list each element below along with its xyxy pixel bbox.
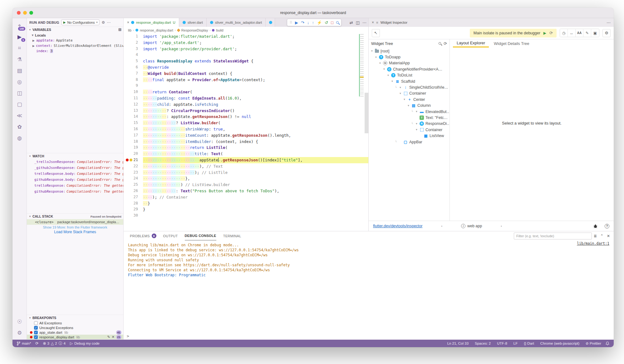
chevron-down-icon[interactable]: ▼ <box>403 98 406 101</box>
line-number[interactable]: 3 <box>124 46 143 52</box>
variable-row[interactable]: index:3 <box>27 48 123 54</box>
console-input-prompt[interactable]: > <box>127 334 129 338</box>
status-item[interactable]: ⊘ Prettier <box>586 341 601 346</box>
code-line[interactable]: 29} <box>124 206 368 213</box>
breadcrumb-item[interactable]: lib <box>128 28 131 32</box>
close-panel-icon[interactable]: ✕ <box>607 234 610 238</box>
baselines-icon[interactable]: AA <box>576 29 583 37</box>
line-number[interactable]: 7 <box>124 71 143 77</box>
inspect-widget-button[interactable] <box>336 21 339 24</box>
drag-grip-icon[interactable]: ⠿ <box>290 21 292 25</box>
search-tree-icon[interactable] <box>439 42 441 45</box>
remove-breakpoint-icon[interactable]: ✕ <box>112 335 115 339</box>
debug-launch-item[interactable]: ▷ Debug my code <box>70 341 100 346</box>
line-number[interactable]: 12 <box>124 101 143 108</box>
code-line[interactable]: 2import '/app_state.dart'; <box>124 40 368 46</box>
code-line[interactable]: 1import 'package:flutter/material.dart'; <box>124 33 368 40</box>
run-and-debug-icon[interactable]: ▶1 <box>14 31 25 42</box>
hot-reload-icon[interactable]: ⟳ <box>549 31 553 35</box>
code-line[interactable]: 10····return Container( <box>124 89 368 95</box>
status-item[interactable]: Spaces: 2 <box>475 342 491 345</box>
variable-row[interactable]: ▶appState:AppState <box>27 38 123 43</box>
code-line[interactable]: 28··} <box>124 200 368 207</box>
debug-banner-icon[interactable]: ▣ <box>591 29 599 37</box>
chevron-down-icon[interactable]: ▼ <box>399 86 402 89</box>
explorer-icon[interactable]: ▤ <box>14 65 25 76</box>
tree-row[interactable]: └▼↕SingleChildScrollVie… <box>369 84 450 90</box>
status-item[interactable]: Chrome (web-javascript) <box>540 342 579 345</box>
slow-animations-icon[interactable]: ◷ <box>560 29 568 37</box>
tree-row[interactable]: ▼Container <box>369 127 450 133</box>
globe-icon[interactable]: ◍ <box>14 132 25 144</box>
code-editor[interactable]: 1import 'package:flutter/material.dart';… <box>124 33 368 231</box>
breadcrumb-item[interactable]: ResponseDisplay <box>181 28 208 32</box>
step-over-button[interactable]: ↷ <box>301 20 304 25</box>
watch-row[interactable]: trelloResponse.body:CompilationError: Th… <box>27 171 123 177</box>
load-more-frames-link[interactable]: Load More Stack Frames <box>27 230 123 234</box>
tree-row[interactable]: ▼[root] <box>369 48 450 54</box>
close-tab-icon[interactable]: × <box>127 20 129 25</box>
tree-row[interactable]: └▼RResponseDi… <box>369 121 450 127</box>
chevron-down-icon[interactable]: ▼ <box>407 104 410 107</box>
watch-row[interactable]: trelloResponse:CompilationError: The get… <box>27 183 123 189</box>
line-number[interactable]: 14 <box>124 114 143 120</box>
continue-button[interactable]: ▶ <box>295 20 298 25</box>
tree-row[interactable]: ▼TToDoList <box>369 72 450 78</box>
stop-button[interactable]: □ <box>331 20 333 25</box>
console-filter-input[interactable] <box>514 233 592 239</box>
guidelines-icon[interactable]: ↔ <box>568 29 576 37</box>
stack-frame[interactable]: <closure> package:taskoverlord/response_… <box>27 219 123 225</box>
watch-row[interactable]: _githubJsonResponse:CompilationError: Th… <box>27 165 123 171</box>
chevron-down-icon[interactable]: ▼ <box>415 128 418 131</box>
line-number[interactable]: 27 <box>124 194 143 200</box>
line-number[interactable]: 10 <box>124 89 143 95</box>
line-number[interactable]: 8 <box>124 77 143 83</box>
search-icon[interactable]: ◎ <box>14 76 25 87</box>
debug-settings-gear-icon[interactable]: ⚙ <box>101 20 105 25</box>
watch-row[interactable]: _trelloJsonResponse:CompilationError: Th… <box>27 159 123 165</box>
open-changes-icon[interactable]: ⇄ <box>350 20 353 25</box>
settings-gear-icon[interactable]: ⚙ <box>14 327 25 338</box>
inspector-tab[interactable]: Layout Explorer <box>453 39 489 47</box>
tree-row[interactable]: ▼TToDoapp <box>369 54 450 60</box>
select-widget-mode-button[interactable]: ↖ <box>372 29 380 37</box>
problems-summary[interactable]: ⊗3 △2 ⓘ4 <box>43 341 66 346</box>
breakpoint-dot-icon[interactable] <box>126 159 129 161</box>
editor-scrollbar[interactable] <box>365 93 368 133</box>
code-line[interactable]: 7··Widget build(BuildContext context) { <box>124 71 368 77</box>
remote-target-icon[interactable]: ⌖140 <box>14 20 25 31</box>
line-number[interactable]: 24 <box>124 175 143 182</box>
launch-config-dropdown[interactable]: ▶ No Configurations ▾ <box>61 19 100 25</box>
locals-scope[interactable]: ▼Locals <box>27 32 123 38</box>
account-icon[interactable]: ☉ <box>14 316 25 327</box>
chevron-down-icon[interactable]: ▼ <box>391 80 394 83</box>
breakpoint-row[interactable]: All Exceptions <box>27 321 123 325</box>
tree-row[interactable]: TText: "Fetc… <box>369 115 450 121</box>
breadcrumb-item[interactable]: build <box>216 28 223 32</box>
code-line[interactable]: 15··············? ListView.builder( <box>124 120 368 126</box>
line-number[interactable]: 17 <box>124 132 143 139</box>
inspector-tab[interactable]: Widget Details Tree <box>490 39 533 47</box>
chevron-down-icon[interactable]: ▼ <box>375 56 377 59</box>
chevron-down-icon[interactable]: ▼ <box>399 92 402 95</box>
chevron-down-icon[interactable]: ▼ <box>379 62 381 65</box>
line-number[interactable]: 30 <box>124 213 143 219</box>
line-number[interactable]: 20 <box>124 151 143 157</box>
editor-tab[interactable]: sliver_multi_box_adaptor.dart <box>207 18 266 27</box>
line-number[interactable]: 5 <box>124 58 143 64</box>
code-line[interactable]: 22························), // Text <box>124 163 368 170</box>
tree-row[interactable]: ▼CChangeNotifierProvider<A… <box>369 66 450 72</box>
maximize-panel-icon[interactable]: ⌃ <box>600 234 603 238</box>
report-bug-icon[interactable] <box>593 224 598 229</box>
step-out-button[interactable]: ↑ <box>312 20 314 25</box>
split-editor-icon[interactable]: ◫ <box>356 20 360 25</box>
restart-button[interactable]: ↺ <box>325 20 328 25</box>
hot-reload-button[interactable]: ⚡ <box>317 20 322 25</box>
status-item[interactable]: Ln 21, Col 33 <box>447 342 469 345</box>
chevron-down-icon[interactable]: ▼ <box>415 110 418 113</box>
code-line[interactable]: 24··················}, <box>124 175 368 182</box>
panel-tab[interactable]: DEBUG CONSOLE <box>185 231 216 240</box>
breakpoint-checkbox[interactable]: ✓ <box>34 331 38 334</box>
line-number[interactable]: 26 <box>124 188 143 194</box>
edit-breakpoint-icon[interactable]: ✎ <box>107 335 110 339</box>
